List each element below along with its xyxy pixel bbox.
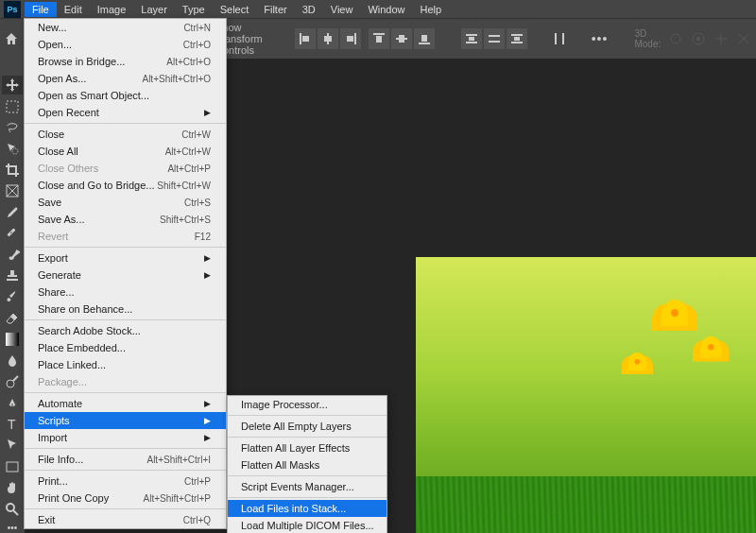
svg-rect-30 xyxy=(10,232,12,233)
file-menu-search-adobe-stock-[interactable]: Search Adobe Stock... xyxy=(25,322,226,339)
move-tool[interactable] xyxy=(2,76,23,95)
svg-rect-10 xyxy=(419,43,430,44)
svg-rect-14 xyxy=(469,37,474,41)
scripts-menu-flatten-all-masks[interactable]: Flatten All Masks xyxy=(228,456,387,473)
distribute-group xyxy=(461,28,527,49)
scripts-menu-image-processor-[interactable]: Image Processor... xyxy=(228,396,387,413)
menu-edit[interactable]: Edit xyxy=(57,2,90,17)
align-left-icon[interactable] xyxy=(295,28,316,49)
3d-slide-icon xyxy=(736,31,751,46)
eraser-tool[interactable] xyxy=(2,309,23,328)
distribute-h-icon[interactable] xyxy=(554,28,565,49)
edit-toolbar-icon[interactable]: ••• xyxy=(8,523,18,533)
gradient-tool[interactable] xyxy=(2,330,23,349)
file-menu-close[interactable]: CloseCtrl+W xyxy=(25,126,226,143)
svg-rect-6 xyxy=(373,33,385,35)
menu-type[interactable]: Type xyxy=(175,2,213,17)
lasso-tool[interactable] xyxy=(2,118,23,137)
brush-tool[interactable] xyxy=(2,245,23,264)
scripts-menu-script-events-manager-[interactable]: Script Events Manager... xyxy=(228,478,387,495)
file-menu-generate[interactable]: Generate▶ xyxy=(25,266,226,284)
menu-select[interactable]: Select xyxy=(213,2,257,17)
align-hcenter-icon[interactable] xyxy=(318,28,338,49)
align-right-icon[interactable] xyxy=(340,28,361,49)
svg-rect-16 xyxy=(489,41,500,43)
file-menu-export[interactable]: Export▶ xyxy=(25,249,226,266)
distribute-vcenter-icon[interactable] xyxy=(484,28,505,49)
file-menu-print-[interactable]: Print...Ctrl+P xyxy=(25,473,226,490)
pen-tool[interactable] xyxy=(2,393,23,412)
file-menu-file-info-[interactable]: File Info...Alt+Shift+Ctrl+I xyxy=(25,451,226,468)
scripts-menu-load-multiple-dicom-files-[interactable]: Load Multiple DICOM Files... xyxy=(228,517,387,533)
scripts-submenu-dropdown: Image Processor...Delete All Empty Layer… xyxy=(227,395,387,533)
menu-view[interactable]: View xyxy=(323,2,361,17)
svg-point-23 xyxy=(693,33,704,44)
scripts-menu-load-files-into-stack-[interactable]: Load Files into Stack... xyxy=(228,500,387,517)
file-menu-open-as-smart-object-[interactable]: Open as Smart Object... xyxy=(25,87,226,104)
zoom-tool[interactable] xyxy=(2,499,23,518)
home-icon[interactable] xyxy=(4,27,19,50)
file-menu-place-embedded-[interactable]: Place Embedded... xyxy=(25,339,226,356)
file-menu-save-as-[interactable]: Save As...Shift+Ctrl+S xyxy=(25,211,226,228)
svg-point-27 xyxy=(12,148,18,154)
file-menu-place-linked-[interactable]: Place Linked... xyxy=(25,356,226,373)
file-menu-share-on-behance-[interactable]: Share on Behance... xyxy=(25,301,226,318)
ps-logo: Ps xyxy=(4,1,21,18)
file-menu-close-and-go-to-bridge-[interactable]: Close and Go to Bridge...Shift+Ctrl+W xyxy=(25,177,226,194)
hand-tool[interactable] xyxy=(2,478,23,497)
align-bottom-icon[interactable] xyxy=(414,28,435,49)
file-menu-revert: RevertF12 xyxy=(25,228,226,245)
svg-rect-3 xyxy=(324,36,332,42)
menu-filter[interactable]: Filter xyxy=(256,2,294,17)
svg-point-22 xyxy=(671,34,680,43)
rectangle-tool[interactable] xyxy=(2,457,23,476)
crop-tool[interactable] xyxy=(2,161,23,180)
file-menu-share-[interactable]: Share... xyxy=(25,284,226,301)
distribute-bottom-icon[interactable] xyxy=(507,28,527,49)
frame-tool[interactable] xyxy=(2,181,23,200)
menu-3d[interactable]: 3D xyxy=(295,2,323,17)
menu-file[interactable]: File xyxy=(25,2,57,17)
dodge-tool[interactable] xyxy=(2,372,23,391)
file-menu-close-all[interactable]: Close AllAlt+Ctrl+W xyxy=(25,143,226,160)
menu-image[interactable]: Image xyxy=(90,2,134,17)
file-menu-save[interactable]: SaveCtrl+S xyxy=(25,194,226,211)
svg-rect-9 xyxy=(399,35,404,43)
file-menu-print-one-copy[interactable]: Print One CopyAlt+Shift+Ctrl+P xyxy=(25,490,226,507)
align-vcenter-icon[interactable] xyxy=(391,28,412,49)
menu-layer[interactable]: Layer xyxy=(133,2,175,17)
eyedropper-tool[interactable] xyxy=(2,203,23,222)
file-menu-open-as-[interactable]: Open As...Alt+Shift+Ctrl+O xyxy=(25,70,226,87)
file-menu-scripts[interactable]: Scripts▶ xyxy=(25,412,226,429)
svg-rect-29 xyxy=(7,228,15,236)
blur-tool[interactable] xyxy=(2,351,23,370)
scripts-menu-flatten-all-layer-effects[interactable]: Flatten All Layer Effects xyxy=(228,439,387,456)
file-menu-close-others: Close OthersAlt+Ctrl+P xyxy=(25,160,226,177)
file-menu-browse-in-bridge-[interactable]: Browse in Bridge...Alt+Ctrl+O xyxy=(25,53,226,70)
svg-rect-12 xyxy=(466,34,477,36)
file-menu-dropdown: New...Ctrl+NOpen...Ctrl+OBrowse in Bridg… xyxy=(24,18,227,529)
svg-rect-31 xyxy=(6,333,19,346)
align-top-icon[interactable] xyxy=(369,28,389,49)
file-menu-automate[interactable]: Automate▶ xyxy=(25,395,226,412)
type-tool[interactable]: T xyxy=(2,415,23,434)
svg-point-32 xyxy=(7,380,14,387)
file-menu-new-[interactable]: New...Ctrl+N xyxy=(25,19,226,36)
healing-tool[interactable] xyxy=(2,224,23,243)
path-select-tool[interactable] xyxy=(2,436,23,455)
file-menu-open-[interactable]: Open...Ctrl+O xyxy=(25,36,226,53)
file-menu-import[interactable]: Import▶ xyxy=(25,429,226,446)
menu-window[interactable]: Window xyxy=(360,2,412,17)
menu-help[interactable]: Help xyxy=(413,2,450,17)
distribute-top-icon[interactable] xyxy=(461,28,482,49)
quick-select-tool[interactable] xyxy=(2,139,23,158)
file-menu-exit[interactable]: ExitCtrl+Q xyxy=(25,511,226,528)
align-group-1 xyxy=(295,28,361,49)
stamp-tool[interactable] xyxy=(2,266,23,285)
file-menu-open-recent[interactable]: Open Recent▶ xyxy=(25,104,226,121)
marquee-tool[interactable] xyxy=(2,96,23,115)
scripts-menu-delete-all-empty-layers[interactable]: Delete All Empty Layers xyxy=(228,418,387,435)
more-options-icon[interactable]: ••• xyxy=(592,31,609,46)
svg-rect-2 xyxy=(327,33,329,44)
history-brush-tool[interactable] xyxy=(2,287,23,306)
